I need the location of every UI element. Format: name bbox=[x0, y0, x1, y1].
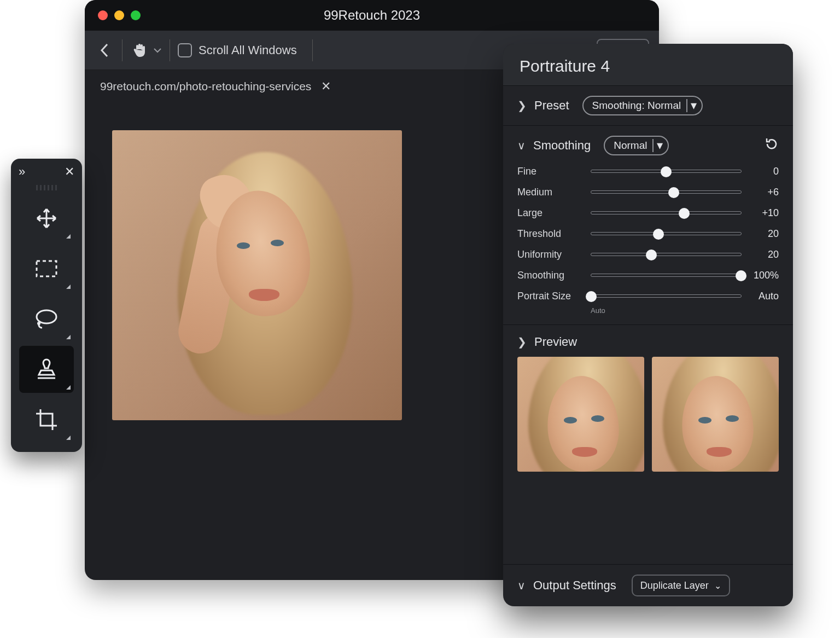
stamp-icon bbox=[33, 356, 60, 382]
panel-title: Portraiture 4 bbox=[503, 44, 793, 85]
chevron-down-icon: ▾ bbox=[686, 99, 699, 112]
preset-select[interactable]: Smoothing: Normal ▾ bbox=[582, 96, 703, 115]
hand-tool-button[interactable] bbox=[130, 41, 162, 60]
slider-thumb[interactable] bbox=[653, 229, 664, 240]
slider-label: Uniformity bbox=[517, 249, 583, 260]
preview-label: Preview bbox=[534, 335, 577, 349]
window-title: 99Retouch 2023 bbox=[85, 8, 659, 23]
slider-label: Medium bbox=[517, 187, 583, 198]
slider-track[interactable] bbox=[591, 211, 742, 214]
slider-value: Auto bbox=[749, 291, 779, 302]
slider-value: 20 bbox=[749, 249, 779, 260]
palette-header: » ✕ bbox=[11, 159, 82, 185]
back-button[interactable] bbox=[95, 37, 114, 63]
output-toggle[interactable]: ∨ bbox=[517, 579, 526, 592]
chevron-down-icon: ▾ bbox=[652, 139, 666, 152]
output-label: Output Settings bbox=[533, 578, 616, 593]
slider-thumb[interactable] bbox=[586, 291, 597, 302]
preview-toggle[interactable]: ❯ bbox=[517, 335, 527, 349]
chevron-left-icon bbox=[98, 42, 110, 59]
slider-label: Large bbox=[517, 207, 583, 219]
lasso-icon bbox=[33, 307, 60, 331]
preview-after-image[interactable] bbox=[652, 357, 779, 472]
svg-point-1 bbox=[37, 310, 56, 323]
slider-row-threshold: Threshold20 bbox=[517, 225, 779, 242]
smoothing-mode-select[interactable]: Normal ▾ bbox=[604, 136, 669, 155]
reset-button[interactable] bbox=[765, 137, 779, 154]
slider-row-fine: Fine0 bbox=[517, 163, 779, 179]
expand-palette-button[interactable]: » bbox=[19, 165, 25, 179]
smoothing-label: Smoothing bbox=[533, 138, 591, 153]
lasso-tool[interactable] bbox=[19, 295, 74, 343]
close-palette-button[interactable]: ✕ bbox=[65, 165, 74, 179]
scroll-all-windows-checkbox[interactable]: Scroll All Windows bbox=[178, 43, 297, 57]
tool-flyout-icon bbox=[66, 285, 71, 289]
slider-thumb[interactable] bbox=[661, 166, 672, 177]
scroll-all-windows-label: Scroll All Windows bbox=[199, 43, 297, 57]
slider-value: 0 bbox=[749, 166, 779, 177]
minimize-window-button[interactable] bbox=[114, 10, 124, 20]
slider-track[interactable] bbox=[591, 190, 742, 194]
tool-flyout-icon bbox=[66, 385, 71, 390]
crop-tool[interactable] bbox=[19, 396, 74, 443]
close-window-button[interactable] bbox=[98, 10, 108, 20]
slider-row-uniformity: Uniformity20 bbox=[517, 246, 779, 263]
slider-label: Threshold bbox=[517, 228, 583, 240]
slider-sublabel: Auto bbox=[591, 306, 779, 315]
crop-icon bbox=[34, 407, 59, 432]
preset-toggle[interactable]: ❯ bbox=[517, 99, 527, 112]
svg-point-2 bbox=[37, 322, 40, 325]
marquee-icon bbox=[34, 258, 59, 279]
zoom-window-button[interactable] bbox=[131, 10, 141, 20]
slider-label: Portrait Size bbox=[517, 291, 583, 302]
tool-flyout-icon bbox=[66, 234, 71, 239]
move-icon bbox=[34, 206, 59, 231]
chevron-down-icon bbox=[153, 47, 162, 54]
preset-value: Smoothing: Normal bbox=[592, 100, 681, 112]
slider-thumb[interactable] bbox=[668, 187, 679, 198]
traffic-lights bbox=[98, 10, 141, 20]
checkbox-icon bbox=[178, 43, 192, 57]
slider-label: Fine bbox=[517, 166, 583, 177]
slider-label: Smoothing bbox=[517, 270, 583, 281]
slider-track[interactable] bbox=[591, 170, 742, 173]
slider-thumb[interactable] bbox=[679, 208, 690, 219]
marquee-tool[interactable] bbox=[19, 245, 74, 292]
slider-value: 20 bbox=[749, 228, 779, 240]
smoothing-mode-value: Normal bbox=[614, 140, 647, 152]
slider-row-medium: Medium+6 bbox=[517, 184, 779, 200]
slider-track[interactable] bbox=[591, 232, 742, 235]
preset-section: ❯ Preset Smoothing: Normal ▾ bbox=[503, 85, 793, 125]
chevron-down-icon: ⌄ bbox=[714, 581, 721, 591]
smoothing-toggle[interactable]: ∨ bbox=[517, 139, 526, 152]
slider-row-smoothing: Smoothing100% bbox=[517, 267, 779, 283]
tool-flyout-icon bbox=[66, 436, 71, 440]
palette-grip[interactable] bbox=[11, 185, 82, 190]
slider-thumb[interactable] bbox=[736, 270, 746, 281]
preview-section: ❯ Preview bbox=[503, 324, 793, 482]
canvas-image[interactable] bbox=[112, 130, 402, 420]
slider-track[interactable] bbox=[591, 274, 742, 277]
slider-value: 100% bbox=[749, 270, 779, 281]
slider-track[interactable] bbox=[591, 253, 742, 256]
document-tab-label: 99retouch.com/photo-retouching-services bbox=[100, 80, 311, 93]
output-value: Duplicate Layer bbox=[640, 580, 709, 591]
output-select[interactable]: Duplicate Layer ⌄ bbox=[632, 575, 730, 596]
slider-value: +10 bbox=[749, 207, 779, 219]
divider bbox=[312, 39, 313, 61]
slider-track[interactable] bbox=[591, 294, 742, 298]
titlebar: 99Retouch 2023 bbox=[85, 0, 659, 31]
move-tool[interactable] bbox=[19, 195, 74, 242]
tool-palette: » ✕ bbox=[11, 159, 82, 452]
hand-icon bbox=[130, 41, 149, 60]
close-tab-button[interactable]: ✕ bbox=[321, 79, 331, 94]
divider bbox=[122, 39, 122, 61]
clone-stamp-tool[interactable] bbox=[19, 346, 74, 393]
tool-flyout-icon bbox=[66, 335, 71, 339]
divider bbox=[170, 39, 170, 61]
preview-before-image[interactable] bbox=[517, 357, 644, 472]
smoothing-section: ∨ Smoothing Normal ▾ Fine0Medium+6Large+… bbox=[503, 125, 793, 324]
portraiture-panel: Portraiture 4 ❯ Preset Smoothing: Normal… bbox=[503, 44, 793, 606]
reset-icon bbox=[765, 137, 779, 151]
slider-thumb[interactable] bbox=[646, 250, 657, 260]
